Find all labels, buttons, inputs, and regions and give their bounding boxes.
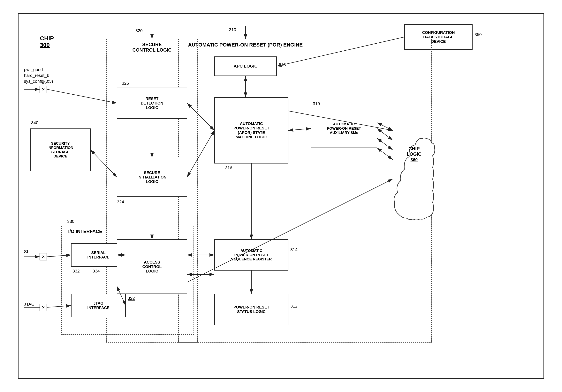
por-engine-ref: 310 [229,27,236,32]
apor-sm-ref: 316 [225,166,232,170]
access-control-ref: 322 [128,296,135,301]
apor-aux-box: AUTOMATICPOWER-ON RESETAUXILIARY SMs [311,109,377,148]
por-status-box: POWER-ON RESETSTATUS LOGIC [214,294,288,325]
pwr-good-label: pwr_good [24,67,43,72]
apor-aux-ref: 319 [313,101,320,106]
chip-logic-cloud: CHIPLOGIC 360 [393,107,435,224]
jtag-interface-ref: 334 [93,269,100,274]
secure-init-ref: 324 [117,200,124,205]
security-info-ref: 340 [31,120,38,125]
chip-logic-label: CHIPLOGIC 360 [397,146,432,162]
security-info-box: SECURITYINFORMATIONSTORAGEDEVICE [30,128,91,171]
secure-control-label: SECURECONTROL LOGIC [118,42,186,53]
signal-x-top: ✕ [40,86,47,93]
secure-control-ref: 320 [135,28,143,33]
sys-config-label: sys_config(0:3) [24,79,53,84]
por-engine-label: AUTOMATIC POWER-ON RESET (POR) ENGINE [188,42,303,48]
si-label: SI [24,249,28,254]
jtag-x-symbol: ✕ [40,304,47,311]
chip-label: CHIP 300 [40,35,54,48]
apc-logic-ref: 318 [279,62,286,67]
secure-init-box: SECUREINITIALIZATIONLOGIC [117,158,187,197]
apc-logic-box: APC LOGIC [214,56,277,76]
por-status-ref: 312 [290,304,298,309]
jtag-interface-box: JTAGINTERFACE [71,294,126,317]
apor-seq-reg-box: AUTOMATICPOWER-ON RESETSEQUENCE REGISTER [214,239,288,270]
apor-sm-box: AUTOMATICPOWER-ON RESET(APOR) STATEMACHI… [214,97,288,164]
hard-reset-label: hard_reset_b [24,73,49,78]
reset-detection-ref: 326 [122,81,129,86]
reset-detection-box: RESETDETECTIONLOGIC [117,88,187,119]
jtag-label: JTAG [24,302,35,307]
chip-diagram: CHIP 300 CONFIGURATIONDATA STORAGEDEVICE… [18,13,544,379]
config-storage-ref: 350 [475,32,482,37]
access-control-box: ACCESSCONTROLLOGIC [117,239,187,294]
io-interface-ref: 330 [67,219,74,224]
io-interface-label: I/O INTERFACE [68,229,102,234]
apor-seq-reg-ref: 314 [290,247,298,252]
si-x-symbol: ✕ [40,253,47,260]
serial-interface-ref: 332 [72,269,80,274]
